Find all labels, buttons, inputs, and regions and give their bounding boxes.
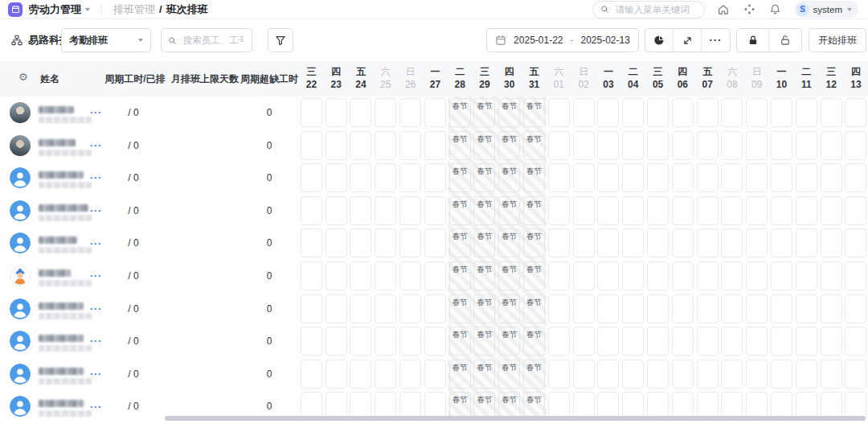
schedule-cell[interactable] — [672, 131, 694, 160]
schedule-cell-holiday[interactable]: 春节 — [523, 228, 545, 257]
schedule-cell[interactable] — [375, 131, 396, 160]
schedule-cell[interactable] — [845, 163, 866, 192]
schedule-cell[interactable] — [821, 327, 842, 356]
filter-button[interactable] — [268, 28, 293, 52]
schedule-cell[interactable] — [399, 294, 421, 323]
schedule-cell[interactable] — [424, 98, 446, 127]
employee-name-redacted[interactable] — [39, 139, 76, 146]
day-header-12[interactable]: 三12 — [819, 61, 844, 97]
schedule-cell[interactable] — [622, 327, 644, 356]
schedule-cell[interactable] — [697, 327, 719, 356]
schedule-cell[interactable] — [399, 196, 421, 225]
schedule-cell[interactable] — [845, 228, 866, 257]
schedule-cell[interactable] — [746, 261, 768, 290]
schedule-cell[interactable] — [672, 261, 694, 290]
schedule-cell[interactable] — [548, 163, 570, 192]
schedule-cell[interactable] — [399, 98, 421, 127]
horizontal-scrollbar[interactable] — [165, 416, 866, 421]
schedule-cell-holiday[interactable]: 春节 — [523, 327, 545, 356]
schedule-cell[interactable] — [771, 327, 792, 356]
schedule-cell[interactable] — [746, 131, 768, 160]
schedule-cell[interactable] — [597, 131, 619, 160]
day-header-08[interactable]: 六08 — [720, 61, 745, 97]
date-range-picker[interactable]: 2025-01-22 - 2025-02-13 — [486, 28, 639, 52]
schedule-cell[interactable] — [399, 360, 421, 389]
home-icon[interactable] — [717, 2, 731, 16]
schedule-cell[interactable] — [326, 131, 347, 160]
schedule-cell-holiday[interactable]: 春节 — [449, 131, 471, 160]
schedule-cell[interactable] — [721, 131, 743, 160]
schedule-cell[interactable] — [548, 294, 570, 323]
schedule-cell[interactable] — [697, 131, 719, 160]
schedule-cell[interactable] — [399, 327, 421, 356]
schedule-cell[interactable] — [746, 294, 768, 323]
day-header-30[interactable]: 四30 — [497, 61, 522, 97]
schedule-cell[interactable] — [721, 196, 743, 225]
schedule-cell[interactable] — [647, 360, 669, 389]
schedule-cell-holiday[interactable]: 春节 — [523, 294, 545, 323]
schedule-cell[interactable] — [746, 196, 768, 225]
schedule-cell[interactable] — [672, 163, 694, 192]
schedule-cell[interactable] — [746, 327, 768, 356]
chevron-down-icon[interactable] — [85, 8, 90, 11]
schedule-cell-holiday[interactable]: 春节 — [498, 131, 520, 160]
row-more-button[interactable]: ··· — [90, 207, 102, 215]
schedule-cell[interactable] — [399, 131, 421, 160]
row-more-button[interactable]: ··· — [90, 174, 102, 182]
schedule-cell[interactable] — [771, 228, 792, 257]
employee-name-redacted[interactable] — [39, 335, 84, 342]
schedule-cell[interactable] — [375, 261, 396, 290]
schedule-cell-holiday[interactable]: 春节 — [523, 360, 545, 389]
schedule-cell-holiday[interactable]: 春节 — [449, 98, 471, 127]
schedule-cell-holiday[interactable]: 春节 — [449, 228, 471, 257]
schedule-cell[interactable] — [375, 98, 396, 127]
schedule-cell[interactable] — [796, 261, 817, 290]
schedule-cell[interactable] — [697, 261, 719, 290]
schedule-cell[interactable] — [597, 261, 619, 290]
menu-search-input[interactable] — [614, 4, 697, 15]
schedule-cell[interactable] — [350, 196, 371, 225]
row-more-button[interactable]: ··· — [90, 370, 102, 378]
fullscreen-button[interactable] — [674, 29, 702, 51]
day-header-22[interactable]: 三22 — [299, 61, 324, 97]
schedule-cell[interactable] — [375, 294, 396, 323]
schedule-cell[interactable] — [721, 261, 743, 290]
schedule-cell[interactable] — [424, 327, 446, 356]
schedule-cell[interactable] — [326, 98, 347, 127]
schedule-cell[interactable] — [326, 228, 347, 257]
schedule-cell[interactable] — [548, 131, 570, 160]
schedule-cell[interactable] — [573, 360, 595, 389]
day-header-05[interactable]: 三05 — [645, 61, 670, 97]
employee-name-redacted[interactable] — [39, 106, 74, 113]
schedule-cell[interactable] — [672, 228, 694, 257]
schedule-cell[interactable] — [399, 228, 421, 257]
more-actions-button[interactable]: ··· — [702, 29, 730, 51]
schedule-cell[interactable] — [350, 360, 371, 389]
schedule-cell[interactable] — [796, 228, 817, 257]
schedule-cell[interactable] — [424, 196, 446, 225]
schedule-cell[interactable] — [399, 261, 421, 290]
schedule-cell[interactable] — [672, 98, 694, 127]
schedule-cell[interactable] — [647, 261, 669, 290]
schedule-cell-holiday[interactable]: 春节 — [523, 98, 545, 127]
schedule-cell[interactable] — [647, 131, 669, 160]
schedule-cell[interactable] — [821, 98, 842, 127]
day-header-07[interactable]: 五07 — [695, 61, 720, 97]
schedule-cell[interactable] — [573, 196, 595, 225]
schedule-cell[interactable] — [622, 131, 644, 160]
schedule-cell[interactable] — [424, 360, 446, 389]
schedule-cell-holiday[interactable]: 春节 — [523, 131, 545, 160]
schedule-cell[interactable] — [771, 98, 792, 127]
schedule-cell[interactable] — [845, 98, 866, 127]
employee-avatar[interactable] — [10, 265, 31, 286]
user-menu[interactable]: S system — [794, 1, 858, 18]
schedule-cell[interactable] — [672, 196, 694, 225]
schedule-cell[interactable] — [301, 360, 322, 389]
schedule-cell[interactable] — [301, 294, 322, 323]
employee-avatar[interactable] — [10, 167, 31, 188]
menu-search-box[interactable] — [592, 1, 705, 19]
schedule-cell[interactable] — [597, 163, 619, 192]
schedule-cell-holiday[interactable]: 春节 — [449, 163, 471, 192]
schedule-cell[interactable] — [821, 196, 842, 225]
day-header-24[interactable]: 五24 — [349, 61, 374, 97]
